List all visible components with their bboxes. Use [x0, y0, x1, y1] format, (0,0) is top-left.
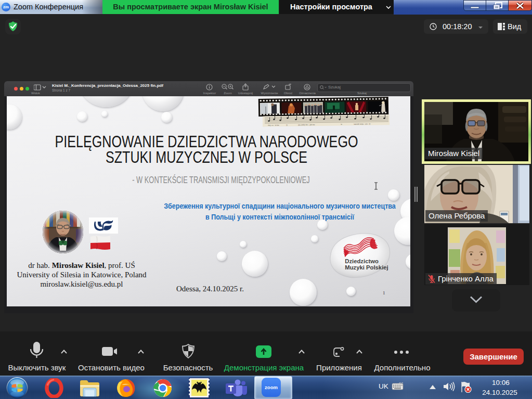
- svg-text:Dziedzictwo: Dziedzictwo: [345, 258, 379, 264]
- svg-text:ly: ly: [286, 124, 288, 126]
- svg-text:Muzyki Polskiej: Muzyki Polskiej: [345, 264, 388, 271]
- svg-text:le: le: [341, 123, 342, 125]
- svg-text:Kuj. co - le bie: Kuj. co - le bie: [268, 124, 279, 126]
- svg-text:lud dak wspa - nia - ly: lud dak wspa - nia - ly: [354, 123, 370, 125]
- svg-text:pie-cud(y dro - jde nw.: pie-cud(y dro - jde nw.: [298, 124, 315, 126]
